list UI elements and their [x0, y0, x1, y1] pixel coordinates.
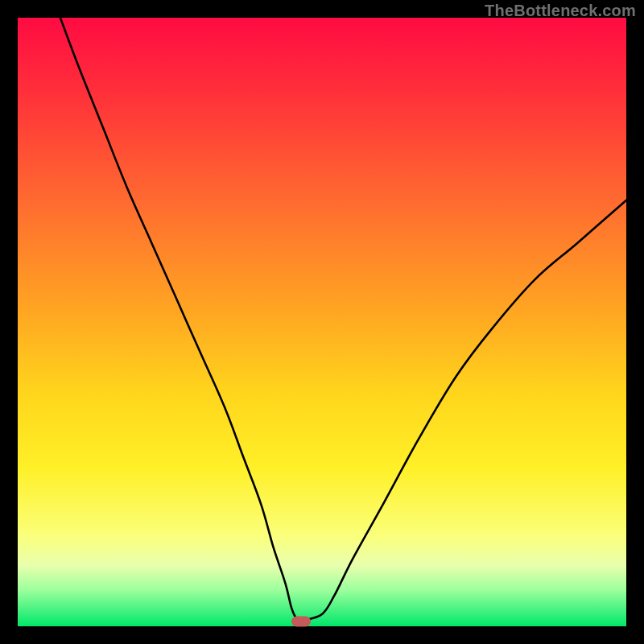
optimum-marker	[291, 616, 311, 626]
chart-frame: TheBottleneck.com	[0, 0, 644, 644]
watermark-text: TheBottleneck.com	[485, 2, 636, 20]
bottleneck-curve	[18, 18, 626, 626]
plot-area	[18, 18, 626, 626]
